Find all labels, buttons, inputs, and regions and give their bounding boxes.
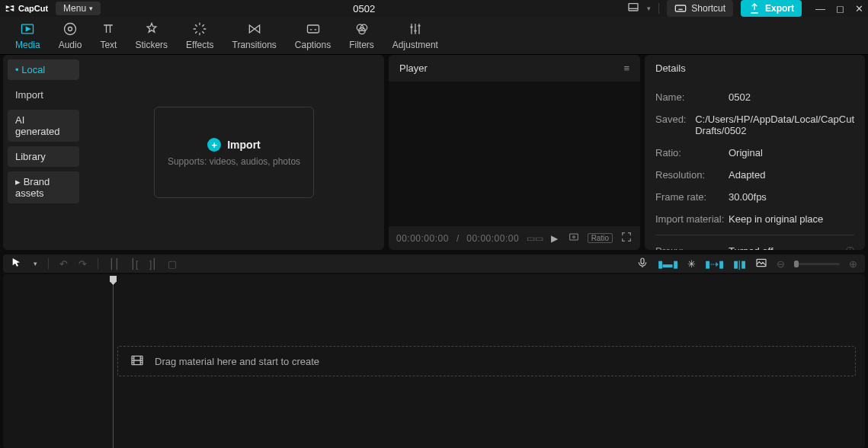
title-bar: CapCut Menu ▾ 0502 ▾ Shortcut Export — ◻…	[0, 0, 868, 17]
filters-icon	[354, 21, 370, 37]
sidebar-item-ai-generated[interactable]: AI generated	[8, 110, 79, 142]
tab-label: Transitions	[232, 40, 277, 50]
playhead-line	[113, 276, 114, 448]
player-menu-icon[interactable]: ≡	[623, 62, 629, 74]
keyboard-icon	[674, 2, 687, 14]
ratio-button[interactable]: Ratio	[588, 233, 613, 243]
tab-adjustment[interactable]: Adjustment	[383, 18, 447, 53]
capcut-icon	[5, 3, 15, 14]
timeline-drop-hint: Drag material here and start to create	[155, 356, 319, 367]
media-panel: • Local Import AI generated Library ▸ Br…	[3, 55, 384, 250]
media-main: + Import Supports: videos, audios, photo…	[84, 55, 384, 250]
chevron-down-icon[interactable]: ▾	[34, 260, 37, 267]
tab-transitions[interactable]: Transitions	[223, 18, 286, 53]
compare-icon[interactable]: ▭▭	[527, 233, 543, 244]
stickers-icon	[144, 21, 159, 37]
timeline-toolbar: ▾ ↶ ↷ ⎮⎮ ⎮[ ]⎮ ▢ ▮▬▮ ✳ ▮⇢▮ ▮|▮ ⊖ ⊕	[3, 254, 865, 273]
plus-icon: +	[207, 138, 221, 152]
tab-captions[interactable]: Captions	[286, 18, 340, 53]
auto-snap-icon[interactable]: ✳	[687, 258, 696, 270]
tab-audio[interactable]: Audio	[50, 18, 91, 53]
delete-icon[interactable]: ▢	[168, 258, 177, 270]
svg-rect-0	[629, 3, 638, 10]
split-right-icon[interactable]: ]⎮	[149, 258, 158, 270]
tab-label: Filters	[349, 40, 374, 50]
linkage-icon[interactable]: ▮⇢▮	[705, 258, 724, 270]
svg-point-3	[65, 23, 76, 34]
detail-key: Name:	[655, 91, 729, 103]
svg-point-10	[572, 236, 575, 238]
fullscreen-icon[interactable]	[620, 231, 633, 245]
detail-value: C:/Users/HP/AppData/Local/CapCut Drafts/…	[695, 114, 854, 136]
maximize-button[interactable]: ◻	[836, 3, 844, 14]
tab-stickers[interactable]: Stickers	[126, 18, 177, 53]
chevron-down-icon[interactable]: ▾	[647, 5, 651, 12]
app-logo: CapCut	[5, 3, 48, 14]
export-label: Export	[765, 3, 794, 14]
separator	[655, 235, 854, 235]
tab-label: Media	[15, 40, 40, 50]
selection-tool-icon[interactable]	[11, 257, 23, 271]
svg-rect-9	[569, 234, 578, 240]
shortcut-button[interactable]: Shortcut	[667, 0, 733, 17]
split-left-icon[interactable]: ⎮[	[130, 258, 139, 270]
preview-axis-icon[interactable]: ▮|▮	[733, 258, 746, 270]
zoom-slider[interactable]	[794, 263, 840, 265]
tab-text[interactable]: Text	[91, 18, 126, 53]
svg-rect-1	[676, 5, 686, 11]
menu-button[interactable]: Menu ▾	[56, 2, 101, 15]
detail-value: 30.00fps	[729, 191, 854, 203]
detail-key: Resolution:	[655, 169, 729, 181]
playhead-handle[interactable]	[110, 276, 117, 285]
window-controls: — ◻ ✕	[815, 3, 863, 14]
import-dropzone[interactable]: + Import Supports: videos, audios, photo…	[154, 107, 314, 198]
cover-icon[interactable]	[755, 257, 767, 271]
main-track-magnet-icon[interactable]: ▮▬▮	[658, 258, 678, 270]
sidebar-item-library[interactable]: Library	[8, 146, 79, 167]
separator	[48, 258, 49, 269]
shortcut-label: Shortcut	[691, 3, 725, 14]
timeline-dropzone[interactable]: Drag material here and start to create	[117, 346, 856, 376]
tab-label: Text	[100, 40, 117, 50]
minimize-button[interactable]: —	[815, 3, 825, 14]
play-icon[interactable]: ▶	[551, 233, 558, 244]
sidebar-item-label: Import	[15, 89, 43, 101]
detail-key: Saved:	[655, 114, 695, 136]
layout-icon[interactable]	[627, 2, 639, 16]
sidebar-item-label: Brand assets	[15, 176, 50, 199]
tab-media[interactable]: Media	[6, 18, 50, 53]
time-separator: /	[456, 233, 459, 244]
preview-quality-icon[interactable]	[568, 231, 580, 245]
timeline-area[interactable]: Drag material here and start to create	[3, 274, 865, 448]
zoom-out-icon[interactable]: ⊖	[777, 258, 785, 270]
zoom-in-icon[interactable]: ⊕	[849, 258, 857, 270]
sidebar-item-local[interactable]: • Local	[8, 59, 79, 80]
player-header: Player ≡	[389, 55, 640, 82]
info-icon[interactable]: ⓘ	[846, 245, 854, 250]
mic-icon[interactable]	[636, 257, 649, 271]
audio-icon	[62, 21, 78, 37]
tab-label: Captions	[295, 40, 331, 50]
sidebar-item-label: Library	[15, 151, 46, 162]
close-button[interactable]: ✕	[855, 3, 863, 14]
time-current: 00:00:00:00	[396, 233, 449, 244]
split-icon[interactable]: ⎮⎮	[109, 258, 120, 270]
tab-label: Stickers	[135, 40, 168, 50]
sidebar-item-brand-assets[interactable]: ▸ Brand assets	[8, 171, 79, 203]
import-supports: Supports: videos, audios, photos	[168, 156, 300, 167]
effects-icon	[192, 21, 207, 37]
tab-effects[interactable]: Effects	[177, 18, 223, 53]
separator	[98, 258, 98, 269]
media-icon	[20, 21, 35, 37]
svg-rect-5	[307, 25, 319, 33]
details-panel: Details Name:0502 Saved:C:/Users/HP/AppD…	[645, 55, 865, 250]
export-button[interactable]: Export	[741, 0, 802, 17]
player-panel: Player ≡ 00:00:00:00 / 00:00:00:00 ▭▭ ▶ …	[389, 55, 640, 250]
tab-filters[interactable]: Filters	[340, 18, 383, 53]
detail-value: 0502	[729, 91, 854, 103]
details-body: Name:0502 Saved:C:/Users/HP/AppData/Loca…	[645, 82, 865, 250]
undo-icon[interactable]: ↶	[59, 258, 68, 270]
sidebar-item-import[interactable]: Import	[8, 85, 79, 105]
redo-icon[interactable]: ↷	[78, 258, 87, 270]
details-header: Details	[645, 55, 865, 82]
